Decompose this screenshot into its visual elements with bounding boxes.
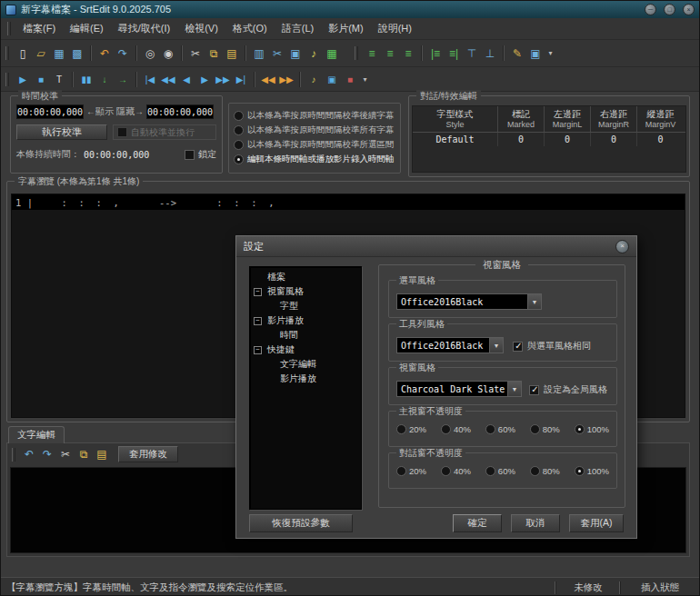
pause-icon[interactable]: ▮▮ [77,70,95,88]
calibration-mode-option[interactable]: 編輯本條時間軸或播放影片錄入時間軸 [234,152,396,166]
frame-style-combo[interactable]: Charcoal Dark Slate ▼ [396,381,522,397]
toolbar-grip[interactable] [355,46,358,60]
copy-icon[interactable]: ⧉ [75,444,93,464]
new-file-icon[interactable]: ▯ [14,44,32,64]
menu-item[interactable]: 尋找/取代(I) [111,19,177,38]
undo-icon[interactable]: ↶ [20,444,38,464]
tree-item[interactable]: 檔案 [250,270,361,284]
find-next-icon[interactable]: ◉ [159,44,177,64]
opacity-option[interactable]: 60% [485,466,515,476]
opacity-option[interactable]: 100% [575,466,609,476]
titlebar[interactable]: 新字幕檔案 - SrtEdit 9.0.2025.705 ─ □ × [1,1,699,18]
camera-icon[interactable]: ▣ [323,70,341,88]
global-style-control[interactable]: 設定為全局風格 [529,383,607,396]
toolbar-grip[interactable] [5,73,9,86]
opacity-option[interactable]: 40% [441,466,471,476]
menu-item[interactable]: 語言(L) [275,19,321,38]
maximize-button[interactable]: □ [664,4,675,15]
menu-style-combo[interactable]: Office2016Black ▼ [396,293,542,310]
record-time-icon[interactable]: ↓ [95,70,114,88]
toolbar-grip[interactable] [5,46,9,60]
lock-checkbox[interactable] [185,150,195,160]
prev-frame-icon[interactable]: ◀ [177,70,195,88]
prev-subtitle-icon[interactable]: ◀◀ [259,70,277,88]
toolbar-overflow-icon[interactable]: ▾ [545,44,556,64]
effects-column-header[interactable]: 左邊距 MarginL [545,106,591,132]
opacity-option[interactable]: 80% [530,424,560,434]
cut-icon[interactable]: ✂ [56,444,75,464]
play-icon[interactable]: ▶ [14,70,32,88]
auto-calibrate-control[interactable]: 自動校準並換行 [113,124,216,140]
subtitle-list-row[interactable]: 1 | : : : , --> : : : , [12,194,685,210]
copy-icon[interactable]: ⧉ [205,44,223,64]
valign-left-icon[interactable]: |≡ [426,44,445,64]
minimize-button[interactable]: ─ [645,4,656,15]
menu-item[interactable]: 編輯(E) [63,19,111,38]
valign-bottom-icon[interactable]: ⊥ [481,44,499,64]
align-left-icon[interactable]: ≡ [363,44,381,64]
dialog-close-button[interactable]: × [615,240,629,253]
redo-icon[interactable]: ↷ [38,444,56,464]
step-forward-icon[interactable]: → [114,70,132,88]
toolbar-style-combo[interactable]: Office2016Black ▼ [396,337,504,353]
calibration-mode-option[interactable]: 以本條為準按原時間間隔校準所有字幕 [234,123,396,137]
calibration-mode-option[interactable]: 以本條為準按原時間間隔校準所選區間 [234,137,396,152]
cut-icon[interactable]: ✂ [186,44,205,64]
tree-collapse-icon[interactable] [254,346,262,354]
hide-time-field[interactable]: 00:00:00,000 [146,104,214,119]
dialog-titlebar[interactable]: 設定 × [236,236,636,257]
time-insert-icon[interactable]: T [50,70,68,88]
save-all-icon[interactable]: ▩ [68,44,86,64]
menu-item[interactable]: 影片(M) [321,19,371,38]
opacity-option[interactable]: 20% [396,466,426,476]
same-as-menu-control[interactable]: 與選單風格相同 [513,340,591,353]
save-icon[interactable]: ▦ [50,44,68,64]
record-stop-icon[interactable]: ■ [341,70,359,88]
apply-button[interactable]: 套用(A) [569,514,624,532]
calibration-mode-option[interactable]: 以本條為準按原時間間隔校準後續字幕 [234,108,396,123]
redo-icon[interactable]: ↷ [114,44,132,64]
effects-column-header[interactable]: 右邊距 MarginR [591,106,637,132]
opacity-option[interactable]: 80% [530,466,560,476]
undo-icon[interactable]: ↶ [95,44,114,64]
video-open-icon[interactable]: ▥ [250,44,268,64]
cancel-button[interactable]: 取消 [511,514,560,532]
same-as-menu-checkbox[interactable] [513,342,523,352]
effects-column-header[interactable]: 字型樣式 Style [413,106,498,132]
tree-item[interactable]: 時間 [250,328,361,343]
auto-calibrate-checkbox[interactable] [117,127,127,137]
menu-item[interactable]: 檔案(F) [15,19,63,38]
chevron-down-icon[interactable]: ▼ [489,338,503,353]
restore-defaults-button[interactable]: 恢復預設參數 [249,514,353,532]
tree-item[interactable]: 影片播放 [250,372,361,386]
audio-note-icon[interactable]: ♪ [305,44,323,64]
apply-changes-button[interactable]: 套用修改 [118,446,178,462]
tree-collapse-icon[interactable] [254,317,262,325]
effects-column-header[interactable]: 標記 Marked [498,106,545,132]
menu-item[interactable]: 說明(H) [371,19,419,38]
close-button[interactable]: × [683,4,695,15]
first-frame-icon[interactable]: |◀ [141,70,159,88]
opacity-option[interactable]: 100% [575,424,609,434]
forward-icon[interactable]: ▶▶ [214,70,232,88]
opacity-option[interactable]: 40% [441,424,471,434]
tree-collapse-icon[interactable] [254,288,262,296]
next-subtitle-icon[interactable]: ▶▶ [277,70,295,88]
find-icon[interactable]: ◎ [141,44,159,64]
open-file-icon[interactable]: ▱ [32,44,50,64]
next-frame-icon[interactable]: ▶ [195,70,214,88]
opacity-option[interactable]: 60% [485,424,515,434]
run-calibration-button[interactable]: 執行校準 [16,124,107,140]
tree-item[interactable]: 視窗風格 [250,284,361,299]
show-time-field[interactable]: 00:00:00,000 [16,104,84,119]
effects-table-row[interactable]: Default 0 0 0 0 [413,133,685,146]
toolbar-grip[interactable] [12,448,15,462]
chevron-down-icon[interactable]: ▼ [507,382,521,396]
effects-column-header[interactable]: 縱邊距 MarginV [637,106,684,132]
menu-item[interactable]: 檢視(V) [177,19,225,38]
tree-item[interactable]: 快捷鍵 [250,343,361,357]
tree-item[interactable]: 字型 [250,299,361,313]
valign-right-icon[interactable]: ≡| [445,44,463,64]
video-cut-icon[interactable]: ✂ [268,44,286,64]
paste-icon[interactable]: ▤ [223,44,241,64]
